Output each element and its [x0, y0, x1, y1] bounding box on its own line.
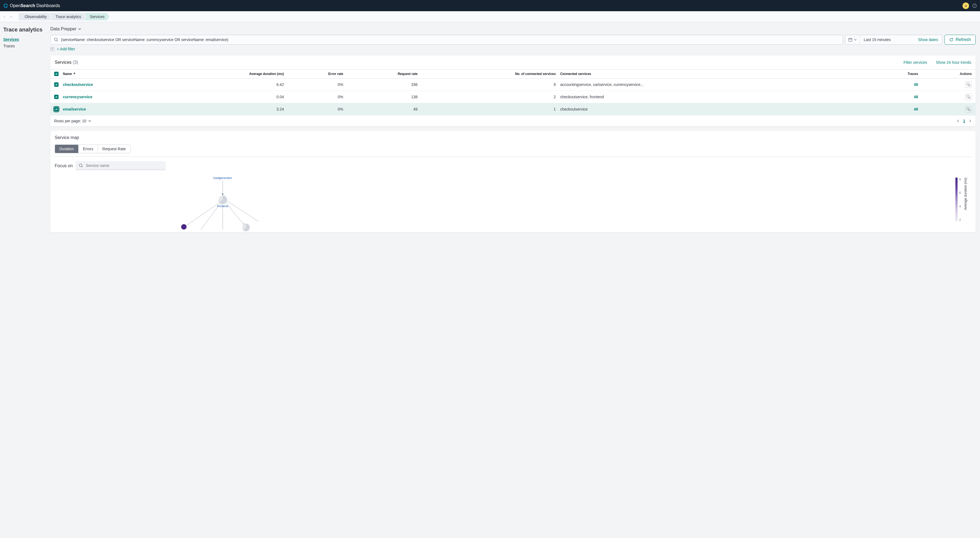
- cell-err: 0%: [286, 103, 345, 116]
- cell-avg: 3.24: [166, 103, 286, 116]
- data-source-label: Data Prepper: [50, 27, 76, 32]
- breadcrumb: Observability Trace analytics Services: [19, 13, 110, 21]
- service-link[interactable]: emailservice: [63, 107, 86, 111]
- app-header: OpenSearch Dashboards a ?: [0, 0, 980, 11]
- refresh-label: Refresh: [956, 37, 971, 42]
- row-checkbox[interactable]: [54, 82, 59, 87]
- table-row[interactable]: checkoutservice 6.42 0% 336 9 accounting…: [50, 78, 975, 91]
- inspect-button[interactable]: [965, 106, 972, 113]
- nav-bar: Observability Trace analytics Services: [0, 11, 980, 22]
- sidebar-item-traces[interactable]: Traces: [3, 43, 50, 49]
- select-all-header[interactable]: [50, 70, 61, 78]
- node-frontend[interactable]: [218, 196, 227, 204]
- traces-link[interactable]: 49: [914, 82, 918, 87]
- service-map-graph[interactable]: loadgenerator frontend 8: [50, 175, 975, 232]
- time-range-text: Last 15 minutes: [860, 35, 918, 44]
- cell-conn-count: 1: [420, 103, 558, 116]
- sidebar: Trace analytics Services Traces: [0, 22, 50, 241]
- row-checkbox[interactable]: [54, 95, 59, 99]
- map-metric-tabs: Duration Errors Request Rate: [55, 145, 130, 153]
- chevron-down-icon: [78, 27, 81, 31]
- cell-avg: 6.42: [166, 78, 286, 91]
- pagination: 1: [956, 119, 972, 123]
- node-label-frontend: frontend: [217, 204, 228, 208]
- next-page-button[interactable]: [969, 119, 972, 123]
- search-input[interactable]: (serviceName: checkoutservice OR service…: [50, 35, 843, 45]
- traces-link[interactable]: 48: [914, 95, 918, 99]
- menu-toggle-icon[interactable]: [2, 14, 6, 19]
- cell-avg: 0.04: [166, 91, 286, 103]
- svg-point-0: [6, 6, 8, 7]
- row-checkbox[interactable]: [54, 107, 59, 111]
- node-label-loadgenerator: loadgenerator: [213, 176, 232, 180]
- breadcrumb-observability[interactable]: Observability: [19, 13, 52, 21]
- col-traces[interactable]: Traces: [827, 70, 920, 78]
- col-error-rate[interactable]: Error rate: [286, 70, 345, 78]
- col-avg-duration[interactable]: Average duration (ms): [166, 70, 286, 78]
- search-value: (serviceName: checkoutservice OR service…: [61, 38, 228, 42]
- cell-req: 336: [345, 78, 420, 91]
- breadcrumb-services[interactable]: Services: [84, 13, 110, 21]
- prev-page-button[interactable]: [956, 119, 960, 123]
- add-filter-button[interactable]: + Add filter: [57, 47, 75, 51]
- col-request-rate[interactable]: Request rate: [345, 70, 420, 78]
- legend-gradient: [955, 178, 958, 221]
- refresh-button[interactable]: Refresh: [945, 35, 975, 45]
- node-partial[interactable]: [242, 224, 250, 231]
- legend-title: Average duration (ms): [964, 178, 967, 210]
- table-row[interactable]: emailservice 3.24 0% 49 1 checkoutservic…: [50, 103, 975, 116]
- focus-input[interactable]: [75, 161, 166, 170]
- svg-rect-4: [849, 38, 852, 41]
- cell-conn: checkoutservice, frontend: [558, 91, 827, 103]
- inspect-button[interactable]: [965, 81, 972, 88]
- legend-tick: 4: [959, 205, 961, 208]
- legend-tick: 2: [959, 218, 961, 221]
- sidebar-title: Trace analytics: [3, 27, 50, 33]
- svg-text:?: ?: [974, 5, 975, 7]
- search-icon: [79, 163, 83, 168]
- sidebar-item-services[interactable]: Services: [3, 36, 50, 43]
- service-link[interactable]: currencyservice: [63, 95, 92, 99]
- cell-conn: checkoutservice: [558, 103, 827, 116]
- sort-asc-icon: [73, 72, 76, 75]
- filter-settings-icon[interactable]: [50, 47, 54, 51]
- filter-services-button[interactable]: Filter services: [904, 60, 927, 65]
- avatar[interactable]: a: [963, 2, 969, 9]
- legend-tick: 8: [959, 178, 961, 181]
- col-name[interactable]: Name: [61, 70, 166, 78]
- tab-duration[interactable]: Duration: [55, 145, 78, 153]
- tab-errors[interactable]: Errors: [78, 145, 98, 153]
- inspect-button[interactable]: [965, 94, 972, 100]
- svg-line-18: [227, 201, 258, 221]
- cell-req: 49: [345, 103, 420, 116]
- services-table: Name Average duration (ms) Error rate Re…: [50, 69, 975, 116]
- tab-request-rate[interactable]: Request Rate: [98, 145, 130, 153]
- col-connected-count[interactable]: No. of connected services: [420, 70, 558, 78]
- col-actions: Actions: [920, 70, 975, 78]
- col-connected[interactable]: Connected services: [558, 70, 827, 78]
- svg-marker-13: [222, 193, 224, 196]
- table-row[interactable]: currencyservice 0.04 0% 138 2 checkoutse…: [50, 91, 975, 103]
- logo[interactable]: OpenSearch Dashboards: [3, 3, 60, 8]
- service-link[interactable]: checkoutservice: [63, 82, 93, 87]
- breadcrumb-trace-analytics[interactable]: Trace analytics: [49, 13, 86, 21]
- show-dates-button[interactable]: Show dates: [918, 38, 942, 42]
- show-trends-button[interactable]: Show 24 hour trends: [936, 60, 971, 65]
- services-panel-title: Services (3): [55, 60, 78, 65]
- page-number[interactable]: 1: [963, 119, 965, 123]
- focus-text-input[interactable]: [86, 163, 162, 168]
- traces-link[interactable]: 49: [914, 107, 918, 111]
- check-icon: [55, 108, 58, 111]
- refresh-icon: [949, 38, 953, 42]
- inspect-icon: [966, 107, 971, 111]
- time-quick-select[interactable]: [845, 35, 860, 44]
- service-map-title: Service map: [50, 131, 975, 145]
- rows-per-page-selector[interactable]: Rows per page: 10: [54, 119, 91, 123]
- help-icon[interactable]: ?: [972, 3, 977, 8]
- home-icon[interactable]: [9, 14, 13, 19]
- focus-label: Focus on: [55, 163, 73, 168]
- data-source-selector[interactable]: Data Prepper: [50, 27, 81, 32]
- node-circle[interactable]: [181, 224, 186, 229]
- inspect-icon: [966, 82, 971, 87]
- time-picker[interactable]: Last 15 minutes Show dates: [845, 35, 942, 45]
